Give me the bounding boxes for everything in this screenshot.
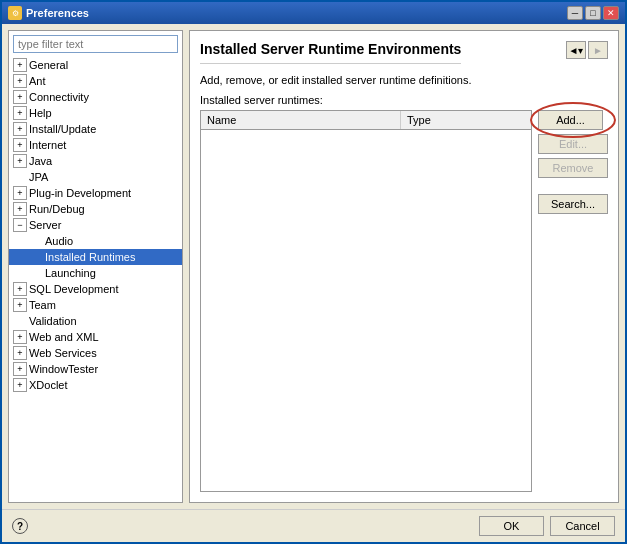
expander-icon: +: [13, 202, 27, 216]
tree-item-label: Help: [29, 107, 52, 119]
expander-icon: +: [13, 378, 27, 392]
tree-container: +General+Ant+Connectivity+Help+Install/U…: [9, 57, 182, 502]
table-header: Name Type: [201, 111, 531, 130]
tree-item-installed-runtimes[interactable]: Installed Runtimes: [9, 249, 182, 265]
expander-icon: [13, 314, 27, 328]
window-title: Preferences: [26, 7, 89, 19]
tree-item-label: Install/Update: [29, 123, 96, 135]
tree-item-plugin-dev[interactable]: +Plug-in Development: [9, 185, 182, 201]
titlebar-buttons: ─ □ ✕: [567, 6, 619, 20]
remove-button[interactable]: Remove: [538, 158, 608, 178]
ok-button[interactable]: OK: [479, 516, 544, 536]
tree-item-sql-dev[interactable]: +SQL Development: [9, 281, 182, 297]
tree-item-jpa[interactable]: JPA: [9, 169, 182, 185]
close-button[interactable]: ✕: [603, 6, 619, 20]
tree-item-help[interactable]: +Help: [9, 105, 182, 121]
bottom-left: ?: [12, 518, 28, 534]
nav-controls: ◄▾ ►: [566, 41, 608, 59]
cancel-button[interactable]: Cancel: [550, 516, 615, 536]
tree-item-label: General: [29, 59, 68, 71]
minimize-button[interactable]: ─: [567, 6, 583, 20]
col-type: Type: [401, 111, 531, 129]
nav-forward-button[interactable]: ►: [588, 41, 608, 59]
main-content: +General+Ant+Connectivity+Help+Install/U…: [2, 24, 625, 509]
bottom-bar: ? OK Cancel: [2, 509, 625, 542]
tree-item-label: Internet: [29, 139, 66, 151]
left-panel: +General+Ant+Connectivity+Help+Install/U…: [8, 30, 183, 503]
table-body: [201, 130, 531, 491]
add-button[interactable]: Add...: [538, 110, 603, 130]
expander-icon: +: [13, 154, 27, 168]
preferences-window: ⚙ Preferences ─ □ ✕ +General+Ant+Connect…: [0, 0, 627, 544]
tree-item-label: SQL Development: [29, 283, 118, 295]
tree-item-web-services[interactable]: +Web Services: [9, 345, 182, 361]
tree-item-label: Server: [29, 219, 61, 231]
panel-description: Add, remove, or edit installed server ru…: [200, 74, 608, 86]
tree-item-connectivity[interactable]: +Connectivity: [9, 89, 182, 105]
tree-item-validation[interactable]: Validation: [9, 313, 182, 329]
tree-item-label: XDoclet: [29, 379, 68, 391]
tree-item-label: Validation: [29, 315, 77, 327]
expander-icon: +: [13, 282, 27, 296]
expander-icon: +: [13, 362, 27, 376]
tree-item-label: Ant: [29, 75, 46, 87]
tree-item-label: Connectivity: [29, 91, 89, 103]
expander-icon: +: [13, 298, 27, 312]
tree-item-xdoclet[interactable]: +XDoclet: [9, 377, 182, 393]
expander-icon: +: [13, 74, 27, 88]
tree-item-label: Team: [29, 299, 56, 311]
tree-item-label: Audio: [45, 235, 73, 247]
button-panel: Add... Edit... Remove Search...: [538, 110, 608, 492]
right-panel: Installed Server Runtime Environments ◄▾…: [189, 30, 619, 503]
table-and-buttons: Name Type Add... Edit... Remove Search..…: [200, 110, 608, 492]
expander-icon: +: [13, 330, 27, 344]
titlebar-left: ⚙ Preferences: [8, 6, 89, 20]
tree-item-label: Web Services: [29, 347, 97, 359]
panel-title: Installed Server Runtime Environments: [200, 41, 461, 64]
tree-item-audio[interactable]: Audio: [9, 233, 182, 249]
tree-item-java[interactable]: +Java: [9, 153, 182, 169]
tree-item-label: Installed Runtimes: [45, 251, 136, 263]
expander-icon: +: [13, 122, 27, 136]
add-btn-container: Add...: [538, 110, 608, 130]
tree-item-web-xml[interactable]: +Web and XML: [9, 329, 182, 345]
tree-item-run-debug[interactable]: +Run/Debug: [9, 201, 182, 217]
expander-icon: +: [13, 58, 27, 72]
maximize-button[interactable]: □: [585, 6, 601, 20]
expander-icon: +: [13, 346, 27, 360]
help-icon[interactable]: ?: [12, 518, 28, 534]
search-button[interactable]: Search...: [538, 194, 608, 214]
bottom-right: OK Cancel: [479, 516, 615, 536]
tree-item-label: Launching: [45, 267, 96, 279]
tree-item-label: JPA: [29, 171, 48, 183]
tree-item-ant[interactable]: +Ant: [9, 73, 182, 89]
tree-item-label: Java: [29, 155, 52, 167]
titlebar: ⚙ Preferences ─ □ ✕: [2, 2, 625, 24]
expander-icon: [29, 266, 43, 280]
tree-item-label: Run/Debug: [29, 203, 85, 215]
tree-item-server[interactable]: −Server: [9, 217, 182, 233]
expander-icon: +: [13, 186, 27, 200]
expander-icon: −: [13, 218, 27, 232]
filter-input[interactable]: [13, 35, 178, 53]
expander-icon: [29, 234, 43, 248]
runtimes-table: Name Type: [200, 110, 532, 492]
tree-item-launching[interactable]: Launching: [9, 265, 182, 281]
tree-item-label: WindowTester: [29, 363, 98, 375]
tree-item-general[interactable]: +General: [9, 57, 182, 73]
expander-icon: +: [13, 90, 27, 104]
col-name: Name: [201, 111, 401, 129]
tree-item-install-update[interactable]: +Install/Update: [9, 121, 182, 137]
expander-icon: +: [13, 138, 27, 152]
right-panel-header: Installed Server Runtime Environments ◄▾…: [200, 41, 608, 70]
expander-icon: +: [13, 106, 27, 120]
tree-item-window-tester[interactable]: +WindowTester: [9, 361, 182, 377]
window-icon: ⚙: [8, 6, 22, 20]
expander-icon: [13, 170, 27, 184]
edit-button[interactable]: Edit...: [538, 134, 608, 154]
nav-back-button[interactable]: ◄▾: [566, 41, 586, 59]
tree-item-team[interactable]: +Team: [9, 297, 182, 313]
runtimes-label: Installed server runtimes:: [200, 94, 608, 106]
tree-item-internet[interactable]: +Internet: [9, 137, 182, 153]
expander-icon: [29, 250, 43, 264]
